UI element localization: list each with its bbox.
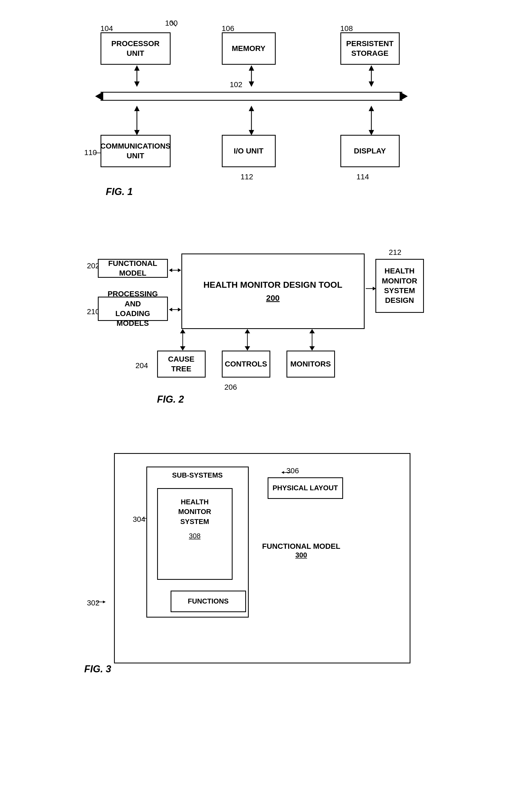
- svg-marker-43: [103, 601, 105, 603]
- ref-114: 114: [356, 172, 369, 181]
- io-unit-label: I/O UNIT: [234, 146, 263, 156]
- svg-line-0: [171, 21, 176, 27]
- page-container: 100 104 106 108 PROCESSOR UNIT MEMORY PE…: [0, 0, 508, 812]
- ref-104: 104: [100, 24, 113, 33]
- monitors-label: MONITORS: [290, 359, 331, 369]
- ref-108: 108: [340, 24, 353, 33]
- func-model-arrow: [168, 265, 182, 276]
- memory-v-arrow-top: [245, 65, 258, 87]
- fig3-label: FIG. 3: [84, 663, 111, 675]
- svg-marker-16: [134, 130, 139, 136]
- controls-box: CONTROLS: [222, 351, 270, 378]
- memory-box: MEMORY: [222, 32, 276, 65]
- processing-models-label: PROCESSING ANDLOADING MODELS: [101, 289, 164, 328]
- svg-marker-21: [369, 106, 374, 111]
- persistent-storage-label: PERSISTENTSTORAGE: [346, 39, 394, 59]
- svg-marker-29: [169, 308, 172, 311]
- svg-marker-10: [249, 81, 254, 87]
- processing-models-box: PROCESSING ANDLOADING MODELS: [98, 297, 168, 321]
- controls-label: CONTROLS: [225, 359, 267, 369]
- functions-label: FUNCTIONS: [188, 597, 229, 606]
- comm-unit-label: COMMUNICATIONSUNIT: [100, 141, 171, 161]
- svg-marker-47: [281, 471, 284, 474]
- functional-model-label: FUNCTIONAL MODEL: [101, 259, 164, 278]
- ref302-arrow: [96, 599, 107, 606]
- health-monitor-system-ref: 308: [161, 532, 229, 540]
- ref-212: 212: [389, 248, 401, 257]
- ref-206: 206: [224, 383, 237, 392]
- display-box: DISPLAY: [340, 135, 400, 167]
- fig1-label: FIG. 1: [106, 186, 133, 197]
- functional-model-inner-label: FUNCTIONAL MODEL 300: [262, 542, 340, 559]
- svg-marker-12: [369, 65, 374, 71]
- persistent-v-arrow-top: [365, 65, 378, 87]
- svg-marker-30: [178, 308, 181, 311]
- svg-marker-22: [369, 130, 374, 136]
- svg-marker-40: [309, 329, 315, 333]
- io-unit-box: I/O UNIT: [222, 135, 276, 167]
- fig2-label: FIG. 2: [157, 394, 184, 405]
- svg-marker-19: [249, 130, 254, 136]
- health-monitor-system-box: HEALTHMONITORSYSTEM 308: [157, 488, 232, 580]
- cause-tree-label: CAUSE TREE: [161, 354, 202, 374]
- physical-layout-box: PHYSICAL LAYOUT: [268, 477, 343, 499]
- to-design-arrow: [365, 283, 377, 294]
- to-controls-arrow: [241, 329, 254, 351]
- svg-marker-15: [134, 106, 139, 111]
- processor-v-arrow-top: [130, 65, 144, 87]
- health-monitor-design-tool-box: HEALTH MONITOR DESIGN TOOL 200: [181, 254, 365, 329]
- ref-106: 106: [222, 24, 235, 33]
- ref-204: 204: [135, 361, 148, 370]
- io-v-arrow: [245, 106, 258, 136]
- svg-marker-34: [180, 329, 185, 333]
- svg-marker-26: [169, 268, 172, 272]
- to-cause-tree-arrow: [176, 329, 189, 351]
- processor-unit-box: PROCESSOR UNIT: [100, 32, 171, 65]
- svg-marker-18: [249, 106, 254, 111]
- svg-marker-32: [373, 287, 376, 291]
- health-system-design-label: HEALTHMONITORSYSTEMDESIGN: [382, 266, 417, 306]
- ref-112: 112: [241, 172, 253, 181]
- svg-marker-41: [309, 346, 315, 351]
- memory-label: MEMORY: [232, 44, 265, 53]
- health-monitor-ref: 200: [204, 293, 342, 303]
- fig2-diagram: 202 212 210 204 206 208 FUNCTIONAL MODEL…: [79, 243, 429, 431]
- display-label: DISPLAY: [354, 146, 386, 156]
- svg-marker-7: [134, 81, 139, 87]
- svg-marker-6: [134, 65, 139, 71]
- cause-tree-box: CAUSE TREE: [157, 351, 206, 378]
- svg-marker-27: [178, 268, 181, 272]
- subsystems-label: SUB-SYSTEMS: [147, 467, 248, 479]
- monitors-box: MONITORS: [287, 351, 335, 378]
- ref306-arrow: [281, 469, 291, 476]
- ref-102: 102: [230, 80, 243, 89]
- health-system-design-box: HEALTHMONITORSYSTEMDESIGN: [375, 259, 424, 313]
- persistent-storage-box: PERSISTENTSTORAGE: [340, 32, 400, 65]
- svg-marker-9: [249, 65, 254, 71]
- physical-layout-label: PHYSICAL LAYOUT: [272, 484, 338, 493]
- to-monitors-arrow: [305, 329, 319, 351]
- fig3-diagram: 302 304 306 SUB-SYSTEMS HEALTHMONITORSYS…: [79, 448, 429, 690]
- comm-unit-box: COMMUNICATIONSUNIT: [100, 135, 171, 167]
- processing-arrow: [168, 304, 182, 315]
- functional-model-box: FUNCTIONAL MODEL: [98, 259, 168, 278]
- svg-marker-13: [369, 81, 374, 87]
- bus-arrow: [90, 87, 413, 106]
- comm-v-arrow: [130, 106, 144, 136]
- functions-box: FUNCTIONS: [171, 591, 246, 612]
- display-v-arrow: [365, 106, 378, 136]
- svg-marker-3: [95, 92, 103, 101]
- svg-marker-37: [245, 329, 250, 333]
- health-monitor-system-label: HEALTHMONITORSYSTEM: [161, 497, 229, 527]
- svg-marker-4: [400, 92, 408, 101]
- svg-marker-38: [245, 346, 250, 351]
- health-monitor-label: HEALTH MONITOR DESIGN TOOL: [204, 279, 342, 291]
- svg-marker-35: [180, 346, 185, 351]
- processor-unit-label: PROCESSOR UNIT: [104, 39, 167, 59]
- fig1-diagram: 100 104 106 108 PROCESSOR UNIT MEMORY PE…: [79, 16, 429, 227]
- ref100-arrow: [163, 18, 179, 29]
